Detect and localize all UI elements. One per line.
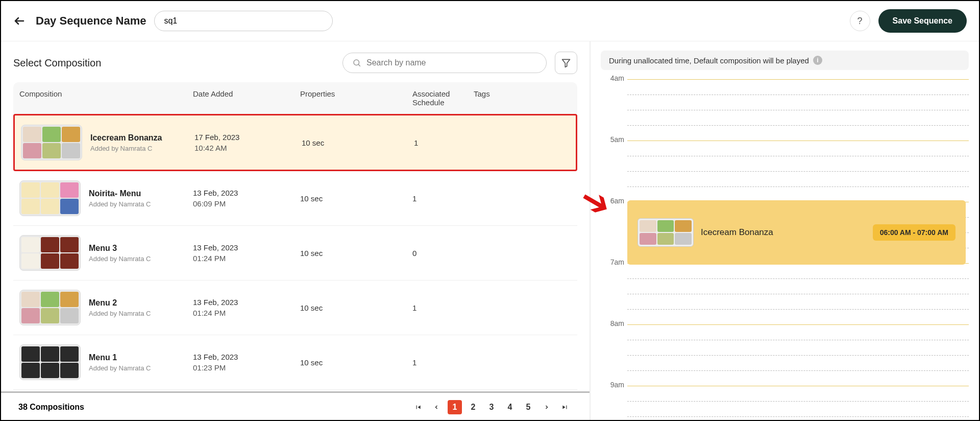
- panel-title: Select Composition: [13, 57, 334, 69]
- properties-cell: 10 sec: [300, 303, 412, 312]
- schedule-cell: 1: [412, 358, 474, 367]
- pager-page[interactable]: 3: [484, 400, 499, 414]
- search-input[interactable]: [366, 58, 537, 67]
- pager-total: 38 Compositions: [18, 403, 411, 412]
- composition-thumbnail: [19, 235, 81, 271]
- table-row[interactable]: Icecream BonanzaAdded by Namrata C17 Feb…: [13, 114, 577, 171]
- table-row[interactable]: Menu 2Added by Namrata C13 Feb, 202301:2…: [13, 280, 577, 335]
- hour-label: 9am: [601, 381, 624, 389]
- hour-row[interactable]: 5am: [601, 141, 969, 202]
- svg-point-1: [354, 60, 359, 65]
- hour-label: 8am: [601, 319, 624, 328]
- hour-row[interactable]: 4am: [601, 79, 969, 141]
- date-added-cell: 13 Feb, 202301:24 PM: [193, 243, 300, 263]
- hour-label: 7am: [601, 258, 624, 266]
- timeline-event[interactable]: Icecream Bonanza06:00 AM - 07:00 AM: [627, 200, 966, 265]
- pager-page[interactable]: 2: [466, 400, 480, 414]
- pager-page[interactable]: 4: [503, 400, 517, 414]
- pager-page[interactable]: 5: [521, 400, 535, 414]
- date-added-cell: 17 Feb, 202310:42 AM: [194, 133, 302, 152]
- col-properties: Properties: [300, 89, 412, 107]
- hour-row[interactable]: 8am: [601, 324, 969, 386]
- help-button[interactable]: ?: [850, 11, 870, 31]
- event-name: Icecream Bonanza: [701, 227, 866, 238]
- col-schedule: Associated Schedule: [412, 89, 474, 107]
- hour-row[interactable]: 9am: [601, 386, 969, 421]
- pager-prev[interactable]: [429, 400, 444, 414]
- composition-added-by: Added by Namrata C: [90, 145, 194, 152]
- pager: 38 Compositions 12345: [1, 391, 590, 421]
- search-input-wrapper[interactable]: [342, 53, 547, 73]
- table-row[interactable]: Noirita- MenuAdded by Namrata C13 Feb, 2…: [13, 171, 577, 226]
- composition-added-by: Added by Namrata C: [89, 364, 193, 372]
- composition-thumbnail: [21, 125, 82, 160]
- composition-name: Icecream Bonanza: [90, 133, 194, 143]
- table-header-row: Composition Date Added Properties Associ…: [13, 82, 577, 114]
- composition-added-by: Added by Namrata C: [89, 310, 193, 317]
- back-arrow-icon[interactable]: [13, 15, 28, 27]
- schedule-cell: 1: [412, 194, 474, 203]
- composition-thumbnail: [19, 290, 81, 325]
- timeline-panel: During unallocated time, Default composi…: [591, 41, 979, 421]
- schedule-cell: 0: [412, 249, 474, 258]
- composition-thumbnail: [19, 180, 81, 216]
- composition-name: Menu 3: [89, 244, 193, 253]
- event-thumbnail: [638, 218, 694, 247]
- composition-added-by: Added by Namrata C: [89, 255, 193, 263]
- svg-marker-3: [562, 59, 570, 67]
- pager-next[interactable]: [540, 400, 554, 414]
- date-added-cell: 13 Feb, 202306:09 PM: [193, 189, 300, 208]
- composition-table: Composition Date Added Properties Associ…: [1, 82, 590, 391]
- table-row[interactable]: Menu 3Added by Namrata C13 Feb, 202301:2…: [13, 226, 577, 280]
- timeline[interactable]: 4am5am6am7am8am9amIcecream Bonanza06:00 …: [601, 79, 969, 406]
- main: Select Composition Composition Date Adde…: [1, 41, 979, 421]
- composition-name: Menu 2: [89, 298, 193, 308]
- table-row[interactable]: Menu 1Added by Namrata C13 Feb, 202301:2…: [13, 335, 577, 390]
- schedule-cell: 1: [414, 138, 475, 147]
- hour-label: 4am: [601, 74, 624, 82]
- date-added-cell: 13 Feb, 202301:24 PM: [193, 298, 300, 317]
- col-tags: Tags: [474, 89, 571, 107]
- date-added-cell: 13 Feb, 202301:23 PM: [193, 353, 300, 372]
- composition-added-by: Added by Namrata C: [89, 200, 193, 208]
- search-icon: [352, 58, 361, 67]
- sequence-name-input[interactable]: [154, 11, 333, 31]
- hour-row[interactable]: 7am: [601, 263, 969, 324]
- info-icon[interactable]: i: [813, 56, 822, 65]
- hour-label: 6am: [601, 197, 624, 205]
- info-banner: During unallocated time, Default composi…: [601, 51, 969, 70]
- col-composition[interactable]: Composition: [19, 89, 193, 107]
- funnel-icon: [561, 58, 571, 68]
- pager-last[interactable]: [558, 400, 572, 414]
- composition-name: Noirita- Menu: [89, 189, 193, 198]
- composition-name: Menu 1: [89, 353, 193, 362]
- save-sequence-button[interactable]: Save Sequence: [878, 9, 967, 33]
- hour-label: 5am: [601, 135, 624, 144]
- header: Day Sequence Name ? Save Sequence: [1, 1, 979, 41]
- composition-panel: Select Composition Composition Date Adde…: [1, 41, 591, 421]
- schedule-cell: 1: [412, 303, 474, 312]
- event-time-badge: 06:00 AM - 07:00 AM: [873, 224, 955, 241]
- pager-first[interactable]: [411, 400, 425, 414]
- svg-line-2: [358, 64, 360, 66]
- properties-cell: 10 sec: [300, 194, 412, 203]
- properties-cell: 10 sec: [300, 249, 412, 258]
- pager-page[interactable]: 1: [448, 400, 462, 414]
- page-title: Day Sequence Name: [36, 14, 146, 28]
- properties-cell: 10 sec: [302, 138, 414, 147]
- composition-thumbnail: [19, 344, 81, 380]
- filter-button[interactable]: [555, 52, 577, 74]
- info-text: During unallocated time, Default composi…: [609, 56, 809, 65]
- col-date-added[interactable]: Date Added: [193, 89, 300, 107]
- properties-cell: 10 sec: [300, 358, 412, 367]
